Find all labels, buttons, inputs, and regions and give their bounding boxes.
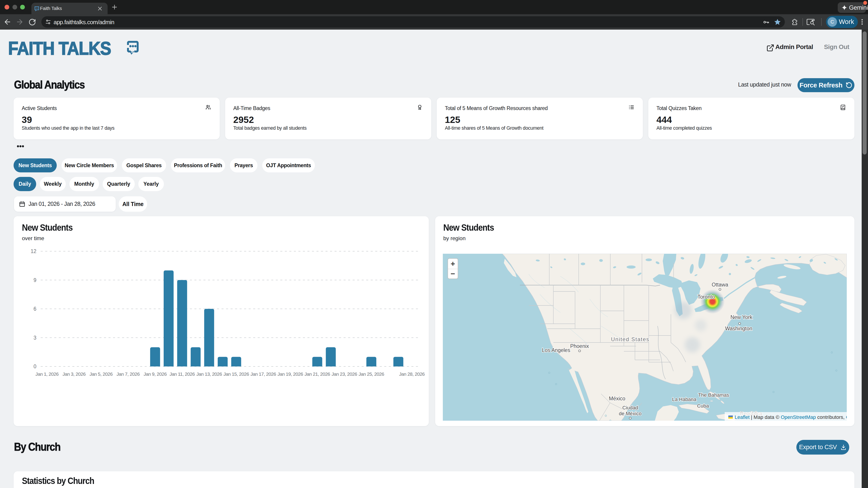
svg-text:Jan 17, 2026: Jan 17, 2026	[250, 371, 276, 377]
svg-text:| Map data © OpenStreetMap con: | Map data © OpenStreetMap contributors,…	[751, 414, 847, 420]
svg-text:Jan 23, 2026: Jan 23, 2026	[332, 371, 357, 377]
svg-text:Jan 25, 2026: Jan 25, 2026	[359, 371, 384, 377]
svg-text:Jan 3, 2026: Jan 3, 2026	[62, 371, 86, 377]
svg-text:3: 3	[33, 335, 36, 341]
svg-text:La Habana: La Habana	[672, 396, 696, 402]
svg-text:The Bahamas: The Bahamas	[698, 392, 729, 398]
svg-text:12: 12	[31, 248, 36, 254]
svg-text:Jan 28, 2026: Jan 28, 2026	[399, 371, 425, 377]
svg-text:United States: United States	[611, 336, 649, 342]
svg-text:Jan 5, 2026: Jan 5, 2026	[90, 371, 113, 377]
svg-text:de México: de México	[619, 411, 642, 416]
svg-text:Jan 7, 2026: Jan 7, 2026	[117, 371, 140, 377]
svg-text:Leaflet: Leaflet	[735, 414, 749, 420]
svg-text:Washington: Washington	[725, 326, 752, 331]
svg-text:New York: New York	[730, 314, 752, 320]
svg-text:Toronto: Toronto	[698, 294, 715, 300]
svg-text:9: 9	[33, 277, 36, 283]
svg-text:Cuba: Cuba	[697, 403, 709, 409]
svg-text:Jan 21, 2026: Jan 21, 2026	[305, 371, 330, 377]
svg-text:Ciudad: Ciudad	[622, 405, 638, 411]
svg-text:0: 0	[33, 363, 36, 369]
svg-text:Jan 19, 2026: Jan 19, 2026	[277, 371, 303, 377]
svg-text:México: México	[609, 396, 625, 401]
svg-text:Jan 1, 2026: Jan 1, 2026	[35, 371, 59, 377]
svg-text:6: 6	[33, 306, 36, 312]
svg-text:Ottawa: Ottawa	[712, 282, 728, 288]
svg-text:Phoenix: Phoenix	[570, 343, 589, 349]
svg-text:Jan 11, 2026: Jan 11, 2026	[169, 371, 195, 377]
svg-text:Jan 13, 2026: Jan 13, 2026	[196, 371, 222, 377]
svg-text:Jan 9, 2026: Jan 9, 2026	[144, 371, 166, 377]
svg-text:Los Angeles: Los Angeles	[542, 347, 570, 353]
svg-text:Jan 15, 2026: Jan 15, 2026	[223, 371, 249, 377]
